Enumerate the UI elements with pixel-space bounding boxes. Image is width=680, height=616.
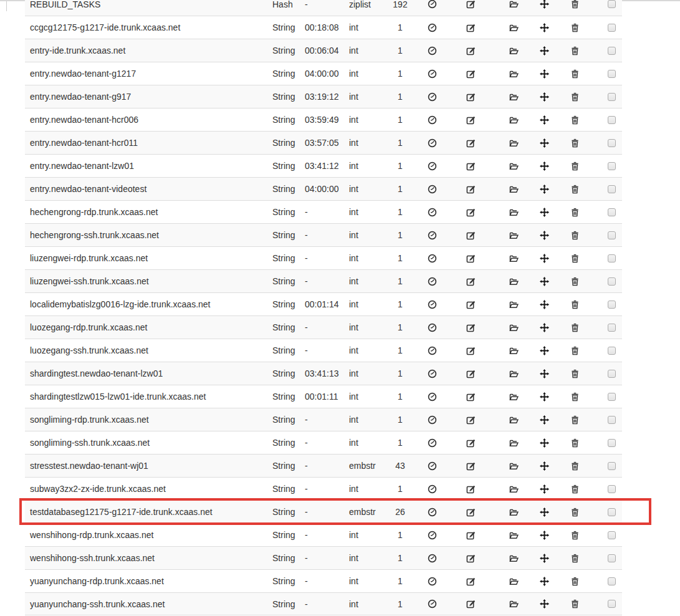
ttl-clock-icon[interactable] xyxy=(428,438,437,448)
edit-icon[interactable] xyxy=(466,415,476,425)
row-checkbox[interactable] xyxy=(608,508,616,516)
open-folder-icon[interactable] xyxy=(509,438,519,448)
edit-icon[interactable] xyxy=(466,208,476,217)
move-icon[interactable] xyxy=(540,508,549,517)
move-icon[interactable] xyxy=(540,23,549,32)
delete-icon[interactable] xyxy=(570,161,580,171)
move-icon[interactable] xyxy=(540,531,549,540)
open-folder-icon[interactable] xyxy=(509,277,519,286)
ttl-clock-icon[interactable] xyxy=(428,531,437,540)
edit-icon[interactable] xyxy=(466,392,476,402)
open-folder-icon[interactable] xyxy=(509,0,519,9)
move-icon[interactable] xyxy=(540,0,549,9)
row-checkbox[interactable] xyxy=(608,254,616,262)
move-icon[interactable] xyxy=(540,161,549,171)
open-folder-icon[interactable] xyxy=(509,484,519,494)
delete-icon[interactable] xyxy=(570,138,580,148)
delete-icon[interactable] xyxy=(570,508,580,517)
open-folder-icon[interactable] xyxy=(509,508,519,517)
ttl-clock-icon[interactable] xyxy=(428,369,437,378)
edit-icon[interactable] xyxy=(466,461,476,471)
row-checkbox[interactable] xyxy=(608,231,616,239)
move-icon[interactable] xyxy=(540,300,549,309)
ttl-clock-icon[interactable] xyxy=(428,161,437,171)
edit-icon[interactable] xyxy=(466,277,476,286)
move-icon[interactable] xyxy=(540,231,549,240)
open-folder-icon[interactable] xyxy=(509,300,519,309)
move-icon[interactable] xyxy=(540,46,549,55)
ttl-clock-icon[interactable] xyxy=(428,415,437,425)
delete-icon[interactable] xyxy=(570,484,580,494)
delete-icon[interactable] xyxy=(570,323,580,332)
edit-icon[interactable] xyxy=(466,599,476,609)
open-folder-icon[interactable] xyxy=(509,531,519,540)
row-checkbox[interactable] xyxy=(608,162,616,170)
move-icon[interactable] xyxy=(540,392,549,402)
delete-icon[interactable] xyxy=(570,46,580,55)
ttl-clock-icon[interactable] xyxy=(428,392,437,402)
ttl-clock-icon[interactable] xyxy=(428,208,437,217)
edit-icon[interactable] xyxy=(466,254,476,263)
open-folder-icon[interactable] xyxy=(509,161,519,171)
ttl-clock-icon[interactable] xyxy=(428,323,437,332)
open-folder-icon[interactable] xyxy=(509,599,519,609)
delete-icon[interactable] xyxy=(570,392,580,402)
row-checkbox[interactable] xyxy=(608,347,616,355)
open-folder-icon[interactable] xyxy=(509,392,519,402)
edit-icon[interactable] xyxy=(466,92,476,102)
move-icon[interactable] xyxy=(540,138,549,148)
edit-icon[interactable] xyxy=(466,438,476,448)
move-icon[interactable] xyxy=(540,554,549,563)
edit-icon[interactable] xyxy=(466,0,476,9)
edit-icon[interactable] xyxy=(466,46,476,55)
edit-icon[interactable] xyxy=(466,138,476,148)
ttl-clock-icon[interactable] xyxy=(428,23,437,32)
delete-icon[interactable] xyxy=(570,369,580,378)
row-checkbox[interactable] xyxy=(608,577,616,585)
open-folder-icon[interactable] xyxy=(509,369,519,378)
row-checkbox[interactable] xyxy=(608,93,616,101)
delete-icon[interactable] xyxy=(570,554,580,563)
move-icon[interactable] xyxy=(540,115,549,125)
open-folder-icon[interactable] xyxy=(509,554,519,563)
open-folder-icon[interactable] xyxy=(509,69,519,79)
row-checkbox[interactable] xyxy=(608,393,616,401)
row-checkbox[interactable] xyxy=(608,370,616,378)
row-checkbox[interactable] xyxy=(608,47,616,55)
move-icon[interactable] xyxy=(540,208,549,217)
ttl-clock-icon[interactable] xyxy=(428,185,437,194)
delete-icon[interactable] xyxy=(570,277,580,286)
delete-icon[interactable] xyxy=(570,599,580,609)
delete-icon[interactable] xyxy=(570,92,580,102)
row-checkbox[interactable] xyxy=(608,554,616,562)
row-checkbox[interactable] xyxy=(608,70,616,78)
ttl-clock-icon[interactable] xyxy=(428,138,437,148)
row-checkbox[interactable] xyxy=(608,439,616,447)
move-icon[interactable] xyxy=(540,92,549,102)
row-checkbox[interactable] xyxy=(608,531,616,539)
row-checkbox[interactable] xyxy=(608,185,616,193)
edit-icon[interactable] xyxy=(466,508,476,517)
ttl-clock-icon[interactable] xyxy=(428,577,437,586)
delete-icon[interactable] xyxy=(570,415,580,425)
row-checkbox[interactable] xyxy=(608,462,616,470)
delete-icon[interactable] xyxy=(570,577,580,586)
ttl-clock-icon[interactable] xyxy=(428,231,437,240)
open-folder-icon[interactable] xyxy=(509,115,519,125)
move-icon[interactable] xyxy=(540,277,549,286)
move-icon[interactable] xyxy=(540,369,549,378)
ttl-clock-icon[interactable] xyxy=(428,92,437,102)
open-folder-icon[interactable] xyxy=(509,346,519,355)
open-folder-icon[interactable] xyxy=(509,415,519,425)
delete-icon[interactable] xyxy=(570,185,580,194)
edit-icon[interactable] xyxy=(466,185,476,194)
ttl-clock-icon[interactable] xyxy=(428,554,437,563)
delete-icon[interactable] xyxy=(570,438,580,448)
move-icon[interactable] xyxy=(540,323,549,332)
open-folder-icon[interactable] xyxy=(509,208,519,217)
move-icon[interactable] xyxy=(540,185,549,194)
move-icon[interactable] xyxy=(540,415,549,425)
row-checkbox[interactable] xyxy=(608,116,616,124)
row-checkbox[interactable] xyxy=(608,416,616,424)
move-icon[interactable] xyxy=(540,461,549,471)
